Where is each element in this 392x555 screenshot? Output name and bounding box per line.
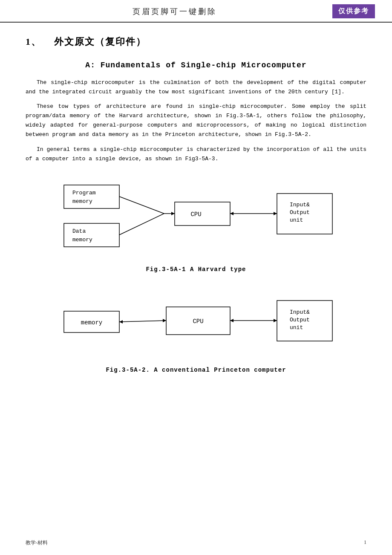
svg-text:CPU: CPU <box>190 211 201 218</box>
header-title: 页眉页脚可一键删除 <box>17 6 332 17</box>
svg-text:unit: unit <box>290 217 303 223</box>
page-footer: 教学-材料 1 <box>26 539 366 546</box>
svg-text:Input&: Input& <box>290 309 310 315</box>
svg-text:memory: memory <box>72 237 92 243</box>
svg-marker-31 <box>274 319 277 322</box>
svg-line-12 <box>119 197 164 214</box>
svg-text:unit: unit <box>290 324 303 331</box>
section-heading: 1、 外文原文（复印件） <box>26 35 366 48</box>
svg-text:memory: memory <box>72 198 92 205</box>
svg-text:CPU: CPU <box>193 318 203 325</box>
diagram-1: Program memory Data memory CPU Input& Ou… <box>26 176 366 262</box>
svg-text:memory: memory <box>81 319 102 326</box>
svg-text:Input&: Input& <box>290 202 310 208</box>
svg-marker-32 <box>230 319 233 322</box>
footer-right: 1 <box>364 539 366 546</box>
header-badge: 仅供参考 <box>332 4 375 18</box>
paragraph-3: In general terms a single-chip microcomp… <box>26 145 366 164</box>
svg-rect-0 <box>64 185 119 208</box>
article-title: A: Fundamentals of Single-chip Microcomp… <box>26 61 366 69</box>
svg-text:Data: Data <box>72 228 86 234</box>
paragraph-2: These tow types of architecture are foun… <box>26 102 366 139</box>
svg-rect-3 <box>64 223 119 247</box>
svg-marker-28 <box>163 319 166 322</box>
svg-marker-15 <box>171 212 175 215</box>
svg-text:Output: Output <box>290 209 310 216</box>
fig1-caption: Fig.3-5A-1 A Harvard type <box>26 266 366 273</box>
fig2-caption: Fig.3-5A-2. A conventional Princeton com… <box>26 367 366 373</box>
page-header: 页眉页脚可一键删除 仅供参考 <box>0 0 392 23</box>
svg-text:Program: Program <box>72 190 96 196</box>
footer-left: 教学-材料 <box>26 539 48 546</box>
svg-rect-6 <box>175 202 230 225</box>
diagram-2: memory CPU Input& Output unit <box>26 286 366 362</box>
svg-line-27 <box>119 321 166 322</box>
svg-text:Output: Output <box>290 317 310 323</box>
page-body: 1、 外文原文（复印件） A: Fundamentals of Single-c… <box>0 23 392 412</box>
svg-marker-17 <box>274 212 277 215</box>
section-number: 1、 <box>26 36 41 47</box>
paragraph-1: The single-chip microcomputer is the cul… <box>26 78 366 97</box>
section-label: 外文原文（复印件） <box>54 36 146 47</box>
svg-marker-29 <box>119 320 123 324</box>
svg-line-13 <box>119 214 164 235</box>
svg-marker-18 <box>230 212 233 215</box>
